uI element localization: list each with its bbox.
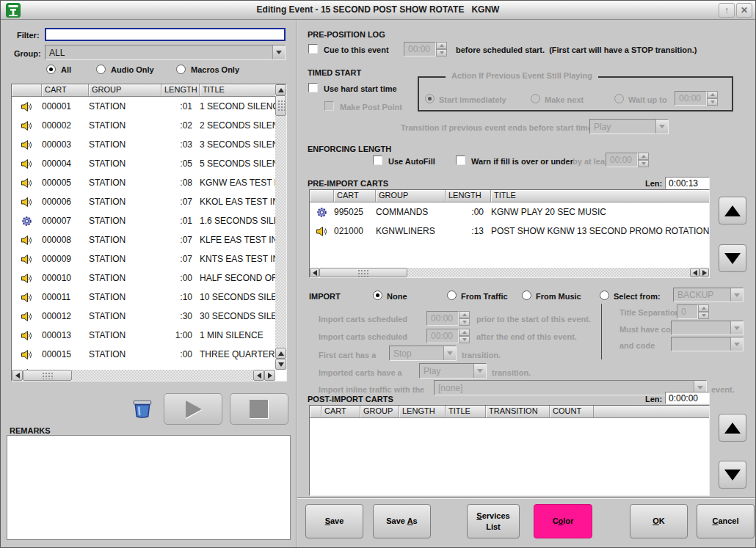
arrow-down-icon — [724, 470, 741, 481]
scroll-left-button[interactable] — [12, 370, 23, 381]
import-music-radio[interactable] — [522, 291, 531, 300]
audio-cart-icon — [21, 253, 33, 266]
close-window-button[interactable]: ✕ — [736, 3, 752, 18]
pre-import-row[interactable]: 995025COMMANDS:00KGNW PLAY 20 SEC MUSIC — [310, 202, 709, 222]
scroll-left-button2[interactable] — [253, 370, 264, 381]
header-length[interactable]: LENGTH — [399, 406, 446, 417]
scroll-left-button2[interactable] — [690, 268, 699, 277]
action-groupbox-title: Action If Previous Event Still Playing — [446, 71, 598, 80]
import-traffic-radio[interactable] — [447, 291, 457, 300]
audio-cart-icon — [21, 310, 33, 323]
cue-to-event-checkbox[interactable] — [308, 44, 318, 54]
filter-input[interactable] — [45, 28, 286, 41]
start-immediately-label: Start immediately — [439, 95, 506, 104]
scroll-down-button[interactable] — [275, 359, 286, 370]
wait-time-spinbox: 00:00 — [675, 91, 718, 106]
header-icon-col[interactable] — [310, 406, 321, 417]
scope-radio-audio-only[interactable] — [96, 65, 106, 74]
post-import-move-down-button[interactable] — [719, 461, 746, 489]
cart-row[interactable]: 000005STATION:08KGNW EAS TEST IN — [12, 173, 275, 192]
shade-window-button[interactable]: ↑ — [719, 3, 735, 18]
header-cart[interactable]: CART — [42, 84, 89, 96]
cart-row[interactable]: 000009STATION:07KNTS EAS TEST IN — [12, 249, 275, 268]
header-length[interactable]: LENGTH — [161, 84, 200, 96]
scroll-up-button2[interactable] — [275, 348, 286, 359]
cart-row[interactable]: 000011STATION:1010 SECONDS SILENCE — [12, 288, 275, 307]
import-select-from-radio[interactable] — [600, 291, 609, 300]
chevron-down-icon — [443, 346, 456, 360]
window-titlebar[interactable]: Editing Event - 15 SECOND POST SHOW ROTA… — [1, 1, 755, 20]
save-button[interactable]: Save — [305, 504, 363, 538]
hscroll-thumb[interactable] — [319, 268, 407, 277]
pre-import-row[interactable]: 021000KGNWLINERS:13POST SHOW KGNW 13 SEC… — [310, 222, 709, 241]
spin-down-icon[interactable] — [436, 49, 447, 56]
bucket-icon-button[interactable] — [131, 398, 153, 420]
hard-start-checkbox[interactable] — [308, 83, 318, 92]
cancel-button[interactable]: Cancel — [697, 504, 755, 538]
scroll-left-button[interactable] — [310, 268, 319, 277]
stop-icon — [250, 400, 269, 419]
header-group[interactable]: GROUP — [360, 406, 399, 417]
header-count[interactable]: COUNT — [550, 406, 594, 417]
cart-row[interactable]: 000008STATION:07KLFE EAS TEST IN — [12, 230, 275, 249]
arrow-left-icon — [693, 270, 697, 276]
save-as-button[interactable]: Save As — [373, 504, 431, 538]
cart-row[interactable]: 000003STATION:033 SECONDS SILENCE — [12, 135, 275, 154]
header-transition[interactable]: TRANSITION — [486, 406, 550, 417]
cart-row[interactable]: 000006STATION:07KKOL EAS TEST IN — [12, 192, 275, 211]
header-group[interactable]: GROUP — [89, 84, 161, 96]
scope-radio-all[interactable] — [46, 65, 56, 74]
header-icon-col[interactable] — [12, 84, 42, 96]
import-none-radio[interactable] — [373, 291, 382, 300]
cart-row[interactable]: 000004STATION:055 SECONDS SILENCE — [12, 154, 275, 173]
play-button[interactable] — [164, 393, 222, 425]
cart-row[interactable]: 000012STATION:3030 SECONDS SILENCE — [12, 307, 275, 326]
header-title[interactable]: TITLE — [491, 190, 709, 202]
post-import-move-up-button[interactable] — [719, 414, 746, 442]
hscroll-thumb[interactable] — [23, 370, 72, 381]
sched-prior-spinbox: 00:00 — [426, 311, 470, 326]
header-cart[interactable]: CART — [321, 406, 360, 417]
cart-row[interactable]: 000010STATION:00HALF SECOND OF SILENCE — [12, 268, 275, 288]
header-length[interactable]: LENGTH — [446, 190, 491, 202]
close-icon: ✕ — [741, 5, 748, 15]
scope-radio-macros-only[interactable] — [176, 65, 186, 74]
color-button[interactable]: Color — [534, 504, 592, 538]
pre-import-move-up-button[interactable] — [719, 197, 746, 224]
cart-row[interactable]: 000002STATION:022 SECONDS SILENCE — [12, 116, 275, 135]
scroll-right-button[interactable] — [264, 370, 275, 381]
arrow-down-icon — [724, 253, 741, 264]
scroll-up-button[interactable] — [275, 84, 286, 95]
vscroll-track[interactable] — [275, 116, 286, 348]
header-cart[interactable]: CART — [334, 190, 376, 202]
header-title[interactable]: TITLE — [200, 84, 275, 96]
cart-row[interactable]: 000015STATION:00THREE QUARTER SECOND — [12, 345, 275, 364]
pre-import-table: CART GROUP LENGTH TITLE 995025COMMANDS:0… — [309, 189, 710, 278]
pre-import-header: CART GROUP LENGTH TITLE — [310, 190, 709, 202]
remarks-textarea[interactable] — [7, 435, 291, 540]
scroll-right-button[interactable] — [699, 268, 709, 277]
header-icon-col[interactable] — [310, 190, 334, 202]
ok-button[interactable]: OK — [630, 504, 688, 538]
autofill-checkbox[interactable] — [373, 156, 382, 165]
group-select[interactable]: ALL — [45, 45, 286, 60]
hscroll-track[interactable] — [72, 370, 253, 381]
cart-row[interactable]: 000013STATION1:001 MIN SILENCE — [12, 326, 275, 345]
audio-cart-icon — [21, 329, 33, 342]
header-group[interactable]: GROUP — [376, 190, 446, 202]
spin-up-icon — [707, 91, 718, 98]
hscroll-track[interactable] — [407, 268, 690, 277]
cue-time-spinbox[interactable]: 00:00 — [404, 42, 447, 56]
services-list-button[interactable]: Services List — [467, 504, 520, 538]
cart-row[interactable]: 000001STATION:011 SECOND SILENCE — [12, 97, 275, 116]
post-import-title: POST-IMPORT CARTS — [308, 395, 393, 403]
spin-up-icon[interactable] — [436, 42, 447, 49]
audio-cart-icon — [21, 234, 33, 246]
cart-row[interactable]: 000007STATION:011.6 SECONDS SILENCE — [12, 211, 275, 230]
header-title[interactable]: TITLE — [446, 406, 486, 417]
stop-button[interactable] — [230, 393, 288, 425]
pre-import-move-down-button[interactable] — [719, 244, 746, 272]
vscroll-thumb[interactable] — [275, 95, 286, 116]
warn-fill-checkbox[interactable] — [456, 156, 465, 165]
post-import-header: CART GROUP LENGTH TITLE TRANSITION COUNT — [310, 406, 709, 418]
